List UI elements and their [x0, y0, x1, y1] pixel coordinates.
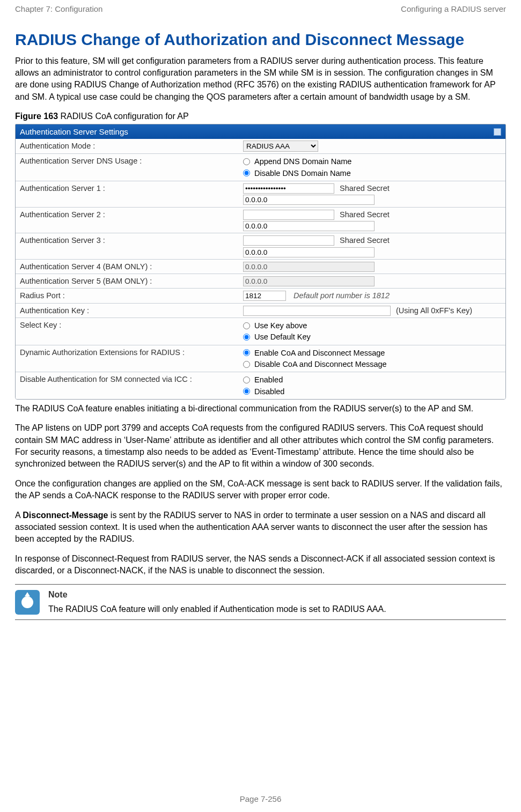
- para4-pre: A: [15, 511, 23, 520]
- disauth-label: Disable Authentication for SM connected …: [16, 372, 239, 399]
- note-icon: [15, 590, 40, 615]
- para4-bold: Disconnect-Message: [23, 511, 108, 520]
- info-icon: [21, 596, 33, 608]
- figure-caption-text: RADIUS CoA configuration for AP: [58, 112, 189, 121]
- as1-label: Authentication Server 1 :: [16, 181, 239, 208]
- dns-usage-label: Authentication Server DNS Usage :: [16, 154, 239, 181]
- radius-port-hint: Default port number is 1812: [293, 291, 390, 300]
- as5-ip-input[interactable]: [243, 276, 375, 286]
- select-key-above-radio[interactable]: [243, 322, 250, 329]
- select-key-above-text: Use Key above: [254, 320, 307, 331]
- dae-disable-text: Disable CoA and Disconnect Message: [254, 359, 387, 370]
- select-key-default-radio[interactable]: [243, 334, 250, 341]
- as1-ip-input[interactable]: [243, 195, 375, 205]
- radius-port-input[interactable]: [243, 291, 286, 301]
- as2-secret-label: Shared Secret: [340, 210, 390, 219]
- paragraph-5: In response of Disconnect-Request from R…: [15, 553, 506, 577]
- paragraph-2: The AP listens on UDP port 3799 and acce…: [15, 422, 506, 470]
- dae-enable-text: Enable CoA and Disconnect Message: [254, 348, 385, 358]
- auth-key-input[interactable]: [243, 306, 391, 316]
- paragraph-3: Once the configuration changes are appli…: [15, 478, 506, 502]
- as3-secret-input[interactable]: [243, 235, 334, 246]
- select-key-label: Select Key :: [16, 318, 239, 345]
- collapse-icon[interactable]: [494, 128, 501, 136]
- radius-port-label: Radius Port :: [16, 289, 239, 303]
- as4-label: Authentication Server 4 (BAM ONLY) :: [16, 259, 239, 274]
- as3-ip-input[interactable]: [243, 247, 375, 257]
- page-title: RADIUS Change of Authorization and Disco…: [15, 29, 506, 50]
- disauth-enabled-text: Enabled: [254, 374, 283, 385]
- select-key-default-text: Use Default Key: [254, 331, 311, 342]
- page-footer: Page 7-256: [0, 793, 521, 804]
- as1-secret-label: Shared Secret: [340, 184, 390, 193]
- as2-label: Authentication Server 2 :: [16, 207, 239, 233]
- note-text: The RADIUS CoA feature will only enabled…: [48, 603, 506, 615]
- dns-disable-radio[interactable]: [243, 169, 250, 176]
- auth-mode-label: Authentication Mode :: [16, 139, 239, 154]
- auth-key-aux: (Using All 0xFF's Key): [396, 306, 472, 315]
- paragraph-4: A Disconnect-Message is sent by the RADI…: [15, 510, 506, 545]
- note-box: Note The RADIUS CoA feature will only en…: [15, 584, 506, 620]
- dns-disable-text: Disable DNS Domain Name: [254, 168, 351, 179]
- as2-secret-input[interactable]: [243, 210, 334, 220]
- intro-paragraph: Prior to this feature, SM will get confi…: [15, 55, 506, 104]
- config-table: Authentication Mode : RADIUS AAA Authent…: [16, 139, 505, 398]
- disauth-disabled-text: Disabled: [254, 386, 284, 397]
- panel-title: Authentication Server Settings: [20, 126, 128, 137]
- dae-label: Dynamic Authorization Extensions for RAD…: [16, 345, 239, 372]
- chapter-label: Chapter 7: Configuration: [15, 3, 102, 14]
- section-label: Configuring a RADIUS server: [401, 3, 506, 14]
- as5-label: Authentication Server 5 (BAM ONLY) :: [16, 274, 239, 289]
- dae-enable-radio[interactable]: [243, 349, 250, 356]
- panel-header: Authentication Server Settings: [16, 124, 505, 139]
- paragraph-1: The RADIUS CoA feature enables initiatin…: [15, 403, 506, 415]
- figure-caption: Figure 163 RADIUS CoA configuration for …: [15, 110, 506, 122]
- disauth-disabled-radio[interactable]: [243, 388, 250, 395]
- disauth-enabled-radio[interactable]: [243, 377, 250, 383]
- dns-append-text: Append DNS Domain Name: [254, 156, 351, 167]
- as3-label: Authentication Server 3 :: [16, 233, 239, 260]
- dns-append-radio[interactable]: [243, 158, 250, 165]
- auth-key-label: Authentication Key :: [16, 303, 239, 318]
- auth-mode-select[interactable]: RADIUS AAA: [243, 141, 318, 152]
- as3-secret-label: Shared Secret: [340, 236, 390, 245]
- as4-ip-input[interactable]: [243, 262, 375, 272]
- dae-disable-radio[interactable]: [243, 361, 250, 368]
- as2-ip-input[interactable]: [243, 221, 375, 231]
- note-title: Note: [48, 589, 506, 601]
- as1-secret-input[interactable]: [243, 183, 334, 194]
- figure-label: Figure 163: [15, 112, 58, 121]
- config-panel: Authentication Server Settings Authentic…: [15, 124, 506, 399]
